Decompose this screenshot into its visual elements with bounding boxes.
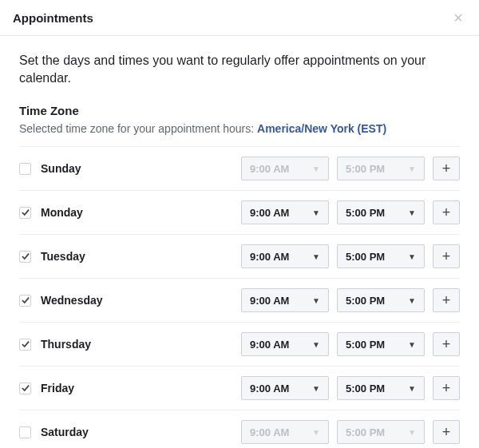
day-label: Thursday (41, 338, 241, 351)
end-time-select[interactable]: 5:00 PM▼ (337, 288, 425, 312)
chevron-down-icon: ▼ (408, 384, 416, 393)
time-group: 9:00 AM▼5:00 PM▼+ (241, 376, 460, 400)
days-list: Sunday9:00 AM▼5:00 PM▼+Monday9:00 AM▼5:0… (19, 146, 460, 448)
add-time-button[interactable]: + (433, 157, 460, 180)
plus-icon: + (442, 161, 451, 177)
day-row: Monday9:00 AM▼5:00 PM▼+ (19, 190, 460, 234)
plus-icon: + (442, 204, 451, 221)
day-label: Saturday (41, 426, 241, 438)
start-time-select[interactable]: 9:00 AM▼ (241, 288, 329, 312)
chevron-down-icon: ▼ (312, 384, 320, 393)
time-group: 9:00 AM▼5:00 PM▼+ (241, 332, 460, 356)
day-row: Thursday9:00 AM▼5:00 PM▼+ (19, 322, 460, 366)
chevron-down-icon: ▼ (312, 208, 320, 217)
start-time-select[interactable]: 9:00 AM▼ (241, 376, 329, 400)
day-checkbox[interactable] (19, 207, 31, 219)
chevron-down-icon: ▼ (312, 428, 320, 437)
plus-icon: + (442, 336, 451, 353)
day-checkbox[interactable] (19, 339, 31, 351)
start-time-value: 9:00 AM (250, 163, 289, 175)
day-row: Friday9:00 AM▼5:00 PM▼+ (19, 366, 460, 410)
time-group: 9:00 AM▼5:00 PM▼+ (241, 244, 460, 268)
add-time-button[interactable]: + (433, 288, 460, 312)
chevron-down-icon: ▼ (312, 296, 320, 305)
day-row: Wednesday9:00 AM▼5:00 PM▼+ (19, 278, 460, 322)
time-group: 9:00 AM▼5:00 PM▼+ (241, 157, 460, 180)
add-time-button[interactable]: + (433, 244, 460, 268)
end-time-value: 5:00 PM (346, 426, 385, 438)
chevron-down-icon: ▼ (312, 252, 320, 261)
end-time-select: 5:00 PM▼ (337, 420, 425, 444)
timezone-prefix: Selected time zone for your appointment … (19, 122, 257, 135)
day-checkbox[interactable] (19, 251, 31, 263)
end-time-value: 5:00 PM (346, 339, 385, 351)
start-time-select: 9:00 AM▼ (241, 157, 329, 180)
start-time-value: 9:00 AM (250, 207, 289, 219)
chevron-down-icon: ▼ (408, 252, 416, 261)
end-time-value: 5:00 PM (346, 383, 385, 394)
start-time-select[interactable]: 9:00 AM▼ (241, 332, 329, 356)
start-time-select: 9:00 AM▼ (241, 420, 329, 444)
day-checkbox[interactable] (19, 383, 31, 394)
dialog-header: Appointments × (0, 0, 479, 36)
day-checkbox[interactable] (19, 295, 31, 307)
close-button[interactable]: × (450, 10, 466, 26)
start-time-value: 9:00 AM (250, 383, 289, 394)
day-label: Monday (41, 206, 241, 219)
plus-icon: + (442, 380, 451, 397)
day-label: Tuesday (41, 250, 241, 263)
time-group: 9:00 AM▼5:00 PM▼+ (241, 420, 460, 444)
start-time-value: 9:00 AM (250, 251, 289, 263)
dialog-content: Set the days and times you want to regul… (0, 36, 479, 448)
end-time-select: 5:00 PM▼ (337, 157, 425, 180)
day-row: Saturday9:00 AM▼5:00 PM▼+ (19, 410, 460, 448)
timezone-link[interactable]: America/New York (EST) (257, 122, 386, 135)
add-time-button[interactable]: + (433, 200, 460, 224)
chevron-down-icon: ▼ (408, 340, 416, 349)
day-label: Sunday (41, 162, 241, 175)
chevron-down-icon: ▼ (312, 165, 320, 173)
plus-icon: + (442, 292, 451, 309)
end-time-select[interactable]: 5:00 PM▼ (337, 376, 425, 400)
start-time-value: 9:00 AM (250, 295, 289, 307)
day-row: Sunday9:00 AM▼5:00 PM▼+ (19, 146, 460, 190)
dialog-title: Appointments (13, 11, 93, 25)
end-time-select[interactable]: 5:00 PM▼ (337, 332, 425, 356)
chevron-down-icon: ▼ (408, 428, 416, 437)
start-time-value: 9:00 AM (250, 426, 289, 438)
chevron-down-icon: ▼ (408, 296, 416, 305)
time-group: 9:00 AM▼5:00 PM▼+ (241, 200, 460, 224)
close-icon: × (453, 9, 463, 26)
time-group: 9:00 AM▼5:00 PM▼+ (241, 288, 460, 312)
timezone-section-title: Time Zone (19, 104, 460, 117)
day-label: Wednesday (41, 294, 241, 307)
add-time-button[interactable]: + (433, 332, 460, 356)
end-time-select[interactable]: 5:00 PM▼ (337, 244, 425, 268)
end-time-value: 5:00 PM (346, 207, 385, 219)
chevron-down-icon: ▼ (408, 165, 416, 173)
timezone-line: Selected time zone for your appointment … (19, 122, 460, 135)
plus-icon: + (442, 248, 451, 265)
end-time-value: 5:00 PM (346, 295, 385, 307)
start-time-value: 9:00 AM (250, 339, 289, 351)
end-time-value: 5:00 PM (346, 251, 385, 263)
day-row: Tuesday9:00 AM▼5:00 PM▼+ (19, 234, 460, 278)
add-time-button[interactable]: + (433, 420, 460, 444)
day-checkbox[interactable] (19, 163, 31, 175)
chevron-down-icon: ▼ (312, 340, 320, 349)
day-checkbox[interactable] (19, 426, 31, 438)
description-text: Set the days and times you want to regul… (19, 52, 460, 86)
add-time-button[interactable]: + (433, 376, 460, 400)
start-time-select[interactable]: 9:00 AM▼ (241, 200, 329, 224)
end-time-value: 5:00 PM (346, 163, 385, 175)
start-time-select[interactable]: 9:00 AM▼ (241, 244, 329, 268)
chevron-down-icon: ▼ (408, 208, 416, 217)
day-label: Friday (41, 382, 241, 394)
plus-icon: + (442, 424, 451, 441)
end-time-select[interactable]: 5:00 PM▼ (337, 200, 425, 224)
